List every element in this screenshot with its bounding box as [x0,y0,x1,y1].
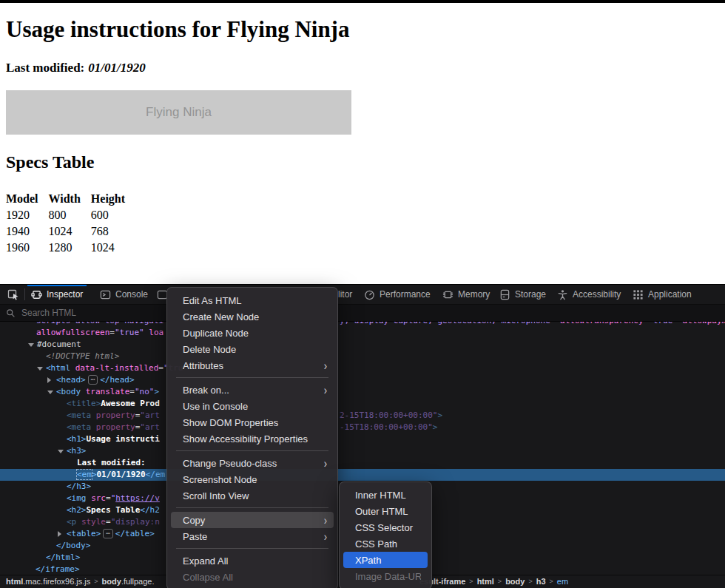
submenu-arrow-icon: › [324,530,327,544]
tab-storage[interactable]: Storage [499,285,546,304]
breadcrumb-item[interactable]: html [477,577,494,586]
tab-memory[interactable]: Memory [442,285,490,304]
breadcrumb-item[interactable]: body [102,577,121,586]
menu-item-attributes[interactable]: Attributes› [171,357,334,374]
code-segment: "display:n [111,517,160,527]
tab-console[interactable]: Console [100,285,148,304]
submenu-arrow-icon: › [324,383,327,397]
code-segment: > [154,387,159,396]
tab-style-editor-partial[interactable]: litor [338,285,352,304]
breadcrumb-item[interactable]: body [505,577,525,586]
menu-item-change-pseudo-class[interactable]: Change Pseudo-class› [171,455,334,471]
breadcrumb-item[interactable]: em [557,577,568,586]
table-cell: 1940 [6,223,49,240]
table-row: 19401024768 [6,223,135,240]
menu-item-inner-html[interactable]: Inner HTML [343,487,428,503]
menu-item-label: Image Data-URL [355,571,421,582]
code-segment: property [96,422,135,432]
code-segment: <p [67,517,81,527]
menu-item-edit-as-html[interactable]: Edit As HTML [171,292,334,308]
pick-element-button[interactable] [4,287,22,302]
twisty-closed-icon[interactable] [58,531,61,537]
tree-row[interactable]: Last modified: [0,457,725,469]
menu-item-css-path[interactable]: CSS Path [343,535,428,552]
menu-item-collapse-all: Collapse All [171,569,334,585]
code-segment: </iframe> [36,564,80,574]
menu-item-xpath[interactable]: XPath [343,552,428,568]
menu-item-show-dom-properties[interactable]: Show DOM Properties [171,414,334,430]
menu-item-break-on[interactable]: Break on...› [171,382,334,398]
specs-table: ModelWidthHeight 19208006001940102476819… [6,191,135,256]
tree-row[interactable]: <title>Awesome Prod [0,398,725,410]
tree-row[interactable]: <!DOCTYPE html> [0,351,725,362]
specs-col-header: Height [91,191,135,207]
menu-item-create-new-node[interactable]: Create New Node [171,308,334,325]
tree-row[interactable]: <html data-lt-installed="tru [0,362,725,374]
menu-item-screenshot-node[interactable]: Screenshot Node [171,471,334,487]
menu-item-label: Duplicate Node [183,328,327,339]
tree-row[interactable]: <h1>Usage instructi [0,433,725,445]
tree-row[interactable]: <body translate="no"> [0,386,725,398]
toolbar-separator [24,288,25,300]
menu-item-expand-all[interactable]: Expand All [171,552,334,569]
twisty-open-icon[interactable] [58,450,64,456]
code-segment: </html> [46,552,80,562]
code-segment: y; display-capture; geolocation; microph… [340,322,560,325]
menu-item-css-selector[interactable]: CSS Selector [343,519,428,535]
breadcrumb-item[interactable]: h3 [536,577,546,586]
tab-application[interactable]: Application [633,285,692,304]
menu-item-show-accessibility-properties[interactable]: Show Accessibility Properties [171,430,334,447]
menu-item-outer-html[interactable]: Outer HTML [343,503,428,519]
tab-performance[interactable]: Performance [364,285,431,304]
breadcrumb-separator-icon: > [498,578,502,585]
code-segment: property [96,410,135,420]
tree-row-selected[interactable]: <em>01/01/1920</em [0,469,725,481]
menu-item-copy[interactable]: Copy› [171,512,334,528]
tree-row[interactable]: <head>⋯</head> [0,374,725,386]
menu-separator [176,377,328,378]
code-segment: <meta [67,410,96,420]
menu-item-label: XPath [355,555,421,566]
breadcrumb-item[interactable]: .mac.firefox96.js.js [23,577,90,586]
tree-row-content: <!DOCTYPE html> [0,351,725,362]
inline-ellipsis-badge[interactable]: ⋯ [88,375,98,385]
table-cell: 1024 [49,223,91,240]
page-title: Usage instructions for Flying Ninja [6,16,349,43]
code-segment: <h1> [67,434,87,444]
menu-item-paste[interactable]: Paste› [171,528,334,544]
breadcrumb-separator-icon: > [469,578,473,585]
code-segment: </body> [56,541,90,550]
tree-row[interactable]: #document [0,339,725,351]
tree-row[interactable]: <meta property="art-15T18:00:00+00:00"> [0,422,725,433]
menu-item-scroll-into-view[interactable]: Scroll Into View [171,487,334,504]
memory-icon [442,289,453,300]
breadcrumb-item[interactable]: html [6,577,23,586]
table-cell: 1024 [91,240,135,256]
code-segment: Specs Table [87,505,141,515]
twisty-open-icon[interactable] [28,343,34,350]
tree-row[interactable]: <h3> [0,445,725,457]
tab-accessibility[interactable]: Accessibility [557,285,621,304]
code-segment: </h3> [67,481,91,491]
tab-inspector[interactable]: Inspector [31,285,83,304]
product-image-placeholder: Flying Ninja [6,90,351,135]
tree-row-content: <html data-lt-installed="tru [0,362,725,374]
twisty-open-icon[interactable] [47,391,53,397]
tree-row-content: Last modified: [0,457,725,469]
tree-row[interactable]: scripts allow-top-navigatiy; display-cap… [0,322,725,327]
tree-row[interactable]: <meta property="art2-15T18:00:00+00:00"> [0,410,725,422]
twisty-open-icon[interactable] [37,367,43,374]
tab-storage-label: Storage [515,289,546,300]
inline-ellipsis-badge[interactable]: ⋯ [103,529,112,538]
twisty-closed-icon[interactable] [47,377,51,383]
product-image-alt-text: Flying Ninja [146,105,212,120]
menu-item-label: Change Pseudo-class [183,458,318,469]
menu-item-use-in-console[interactable]: Use in Console [171,398,334,414]
menu-item-delete-node[interactable]: Delete Node [171,341,334,357]
breadcrumb-item[interactable]: .fullpage. [121,577,155,586]
specs-col-header: Model [6,191,49,207]
menu-item-duplicate-node[interactable]: Duplicate Node [171,325,334,341]
tree-row[interactable]: allowfullscreen="true" loa [0,327,725,339]
code-segment: <em [77,470,92,479]
code-segment: "no" [135,387,155,396]
